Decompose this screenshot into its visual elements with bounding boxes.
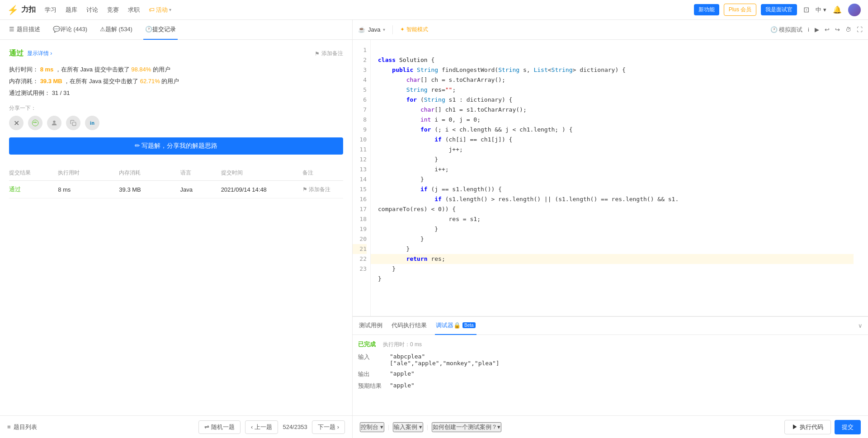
flag-icon: ⚑ (315, 51, 320, 57)
smart-mode-toggle[interactable]: ✦ 智能模式 (400, 26, 428, 33)
share-buttons: ✕ in (9, 116, 343, 130)
nav-link-contest[interactable]: 竞赛 (107, 6, 119, 14)
main-container: ☰ 题目描述 💬 评论 (443) ⚠ 题解 (534) 🕐 提交记录 通过 (0, 20, 868, 438)
prev-problem-button[interactable]: ‹ 上一题 (245, 420, 278, 434)
share-copy-button[interactable] (66, 116, 80, 130)
share-wechat-button[interactable] (28, 116, 42, 130)
problem-number: 524/2353 (283, 424, 307, 430)
submission-note[interactable]: ⚑ 添加备注 (302, 186, 343, 193)
status-detail-link[interactable]: 显示详情 › (27, 50, 52, 57)
add-note-button[interactable]: ⚑ 添加备注 (315, 50, 343, 57)
tab-solutions[interactable]: ⚠ 题解 (534) (98, 20, 134, 40)
nav-link-learn[interactable]: 学习 (45, 6, 57, 14)
settings-icon[interactable]: ⏱ (845, 26, 851, 33)
problem-list-button[interactable]: ≡ 题目列表 (7, 423, 37, 431)
logo-text: 力扣 (21, 5, 36, 14)
flag-icon-small: ⚑ (302, 186, 307, 193)
redo-button[interactable]: ↪ (835, 26, 840, 33)
right-bottom-bar: 控制台 ▾ | 输入案例 ▾ | 如何创建一个测试案例？▾ ▶ 执行代码 提交 (353, 415, 868, 438)
code-content[interactable]: class Solution { public String findLonge… (371, 40, 868, 316)
activity-label: 活动 (156, 6, 168, 14)
tab-exec-result[interactable]: 代码执行结果 (391, 317, 428, 335)
result-status: 通过 显示详情 › (9, 49, 52, 58)
nav-link-activity[interactable]: 🏷 活动 ▾ (149, 6, 171, 14)
info-button[interactable]: i (808, 26, 809, 33)
clock-icon: 🕐 (145, 26, 152, 33)
stat-testcases: 通过测试用例： 31 / 31 (9, 89, 343, 97)
notification-icon[interactable]: 🔔 (831, 4, 844, 16)
table-header: 提交结果 执行用时 内存消耗 语言 提交时间 备注 (9, 165, 343, 181)
col-header-date: 提交时间 (221, 169, 302, 177)
submission-result[interactable]: 通过 (9, 185, 58, 193)
problem-nav-buttons: ⇌ 随机一题 ‹ 上一题 524/2353 下一题 › (198, 420, 345, 434)
result-stats: 执行时间： 8 ms ，在所有 Java 提交中击败了 98.84% 的用户 内… (9, 66, 343, 97)
lang-chevron-down-icon: ▾ (383, 27, 385, 32)
chevron-left-icon: ‹ (251, 424, 253, 430)
nav-links: 学习 题库 讨论 竞赛 求职 🏷 活动 ▾ (45, 6, 171, 14)
chevron-right-icon: › (337, 424, 339, 430)
language-selector[interactable]: ☕ Java ▾ (358, 26, 385, 33)
share-linkedin-button[interactable]: in (85, 116, 99, 130)
submission-date: 2021/09/14 14:48 (221, 186, 302, 193)
logo[interactable]: ⚡ 力扣 (7, 5, 36, 15)
fullscreen-icon[interactable]: ⛶ (857, 26, 863, 33)
tab-discuss[interactable]: 💬 评论 (443) (51, 20, 89, 40)
submission-table: 提交结果 执行用时 内存消耗 语言 提交时间 备注 通过 8 ms 39.3 M… (9, 165, 343, 198)
tab-test-cases[interactable]: 测试用例 (358, 317, 383, 335)
svg-rect-3 (72, 122, 76, 126)
stat-memory: 内存消耗： 39.3 MB ，在所有 Java 提交中击败了 62.71% 的用… (9, 77, 343, 85)
share-weibo-button[interactable]: ✕ (9, 116, 24, 130)
write-solution-button[interactable]: ✏ 写题解，分享我的解题思路 (9, 137, 343, 155)
share-section: 分享一下： ✕ in (9, 104, 343, 130)
svg-point-0 (33, 122, 35, 123)
stat-time: 执行时间： 8 ms ，在所有 Java 提交中击败了 98.84% 的用户 (9, 66, 343, 74)
next-problem-button[interactable]: 下一题 › (312, 420, 345, 434)
undo-button[interactable]: ↩ (825, 26, 830, 33)
lock-icon: 🔒 (453, 322, 461, 329)
create-test-button[interactable]: 如何创建一个测试案例？▾ (432, 422, 501, 432)
col-header-note: 备注 (302, 169, 343, 177)
tab-debugger[interactable]: 调试器 🔒 Beta (435, 317, 476, 335)
input-case-button[interactable]: 输入案例 ▾ (393, 422, 423, 432)
test-tabs: 测试用例 代码执行结果 调试器 🔒 Beta ∨ (353, 317, 868, 335)
nav-link-problems[interactable]: 题库 (66, 6, 77, 14)
run-button[interactable]: ▶ (815, 26, 819, 33)
execute-code-button[interactable]: ▶ 执行代码 (784, 420, 831, 434)
share-user-button[interactable] (47, 116, 61, 130)
output-label: 输出 (358, 370, 390, 378)
result-content: 通过 显示详情 › ⚑ 添加备注 执行时间： 8 ms ，在所有 Java 提交… (0, 40, 352, 415)
interviewer-button[interactable]: 我是面试官 (761, 4, 797, 15)
expand-panel-button[interactable]: ∨ (858, 322, 863, 329)
java-icon: ☕ (358, 26, 365, 33)
tab-problem-desc[interactable]: ☰ 题目描述 (7, 20, 42, 40)
left-panel: ☰ 题目描述 💬 评论 (443) ⚠ 题解 (534) 🕐 提交记录 通过 (0, 20, 353, 438)
timer-icon: 🕐 (770, 26, 778, 33)
screen-button[interactable]: ⊡ (802, 4, 811, 16)
expected-label: 预期结果 (358, 382, 390, 390)
test-input-row: 输入 "abpcplea" ["ale","apple","monkey","p… (358, 353, 863, 367)
console-button[interactable]: 控制台 ▾ (360, 422, 384, 432)
test-exec-time: 执行用时：0 ms (383, 341, 422, 349)
code-editor[interactable]: 12345 678910 1112131415 1617181920 21222… (353, 40, 868, 316)
console-buttons: 控制台 ▾ | 输入案例 ▾ | 如何创建一个测试案例？▾ (360, 422, 501, 432)
random-problem-button[interactable]: ⇌ 随机一题 (198, 420, 241, 434)
right-action-buttons: ▶ 执行代码 提交 (784, 420, 861, 434)
nav-link-jobs[interactable]: 求职 (128, 6, 140, 14)
avatar[interactable] (848, 4, 861, 16)
left-tabs: ☰ 题目描述 💬 评论 (443) ⚠ 题解 (534) 🕐 提交记录 (0, 20, 352, 40)
mock-interview-button[interactable]: 🕐 模拟面试 (770, 26, 802, 34)
shuffle-icon: ⇌ (204, 424, 209, 430)
nav-link-discuss[interactable]: 讨论 (86, 6, 98, 14)
new-feature-button[interactable]: 新功能 (694, 4, 719, 15)
share-label: 分享一下： (9, 104, 343, 112)
tab-submissions[interactable]: 🕐 提交记录 (143, 20, 178, 40)
lang-label[interactable]: 中 ▾ (816, 6, 826, 14)
submit-button[interactable]: 提交 (835, 420, 861, 434)
divider-small2: | (427, 424, 428, 430)
right-panel: ☕ Java ▾ ✦ 智能模式 🕐 模拟面试 i ▶ ↩ ↪ (353, 20, 868, 438)
input-label: 输入 (358, 353, 390, 361)
activity-icon: 🏷 (149, 6, 155, 13)
test-panel: 测试用例 代码执行结果 调试器 🔒 Beta ∨ 已完成 执行用时：0 ms 输… (353, 316, 868, 415)
plus-member-button[interactable]: Plus 会员 (724, 4, 757, 16)
left-bottom-bar: ≡ 题目列表 ⇌ 随机一题 ‹ 上一题 524/2353 下一题 › (0, 415, 352, 438)
